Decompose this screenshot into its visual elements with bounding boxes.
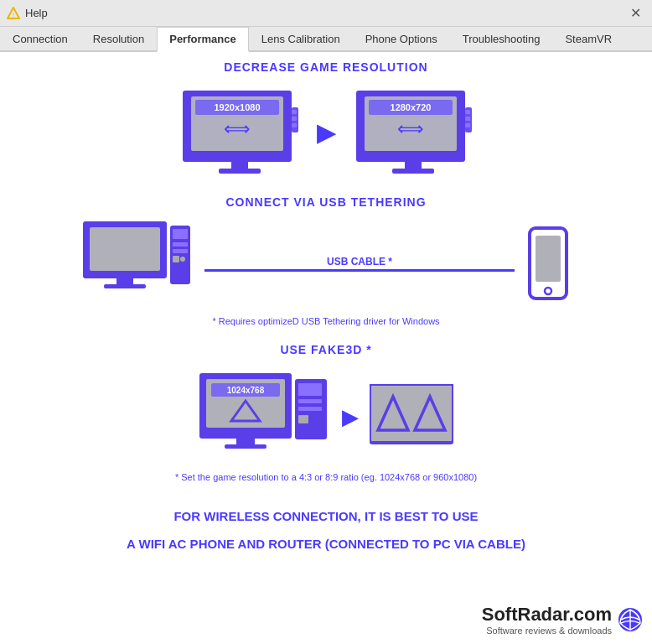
section-fake3d: USE FAKE3D * 1024x768 (0, 343, 652, 482)
title-bar: ! Help ✕ (0, 0, 652, 27)
svg-rect-8 (219, 169, 261, 174)
tab-troubleshooting[interactable]: Troubleshooting (450, 27, 553, 50)
svg-text:1024x768: 1024x768 (226, 386, 264, 395)
usb-line (204, 269, 515, 272)
svg-rect-49 (371, 386, 452, 441)
wireless-line2: A WIFI AC PHONE AND ROUTER (CONNECTED TO… (127, 535, 525, 554)
tab-lens-calibration[interactable]: Lens Calibration (249, 27, 353, 50)
fake3d-output-svg (370, 384, 453, 451)
svg-rect-27 (104, 284, 146, 288)
wireless-line1: FOR WIRELESS CONNECTION, IT IS BEST TO U… (173, 507, 478, 527)
svg-rect-46 (298, 399, 322, 403)
svg-text:1920x1080: 1920x1080 (214, 102, 260, 112)
svg-rect-18 (405, 162, 422, 169)
svg-text:!: ! (13, 12, 14, 19)
svg-rect-32 (173, 256, 179, 262)
svg-rect-10 (292, 110, 297, 114)
watermark: SoftRadar.com Software reviews & downloa… (482, 604, 644, 636)
resolution-diagram: 1920x1080 ⟺ (179, 86, 473, 179)
svg-rect-26 (116, 278, 133, 284)
content-wrapper: DECREASE GAME RESOLUTION 1920x1080 (0, 52, 652, 644)
monitor1-svg: 1920x1080 ⟺ (179, 86, 300, 179)
fake3d-note: * Set the game resolution to a 4:3 or 8:… (175, 472, 477, 482)
tab-performance[interactable]: Performance (157, 27, 248, 52)
svg-rect-7 (231, 162, 248, 169)
svg-rect-35 (536, 236, 561, 282)
svg-rect-29 (173, 229, 188, 239)
phone-svg (527, 226, 569, 301)
watermark-main: SoftRadar.com (482, 604, 612, 626)
svg-rect-22 (465, 117, 470, 121)
svg-text:⟺: ⟺ (397, 118, 424, 139)
app-icon: ! (7, 7, 20, 20)
svg-rect-47 (298, 407, 322, 411)
tab-steamvr[interactable]: SteamVR (552, 27, 624, 50)
usb-diagram: USB CABLE * (83, 217, 569, 309)
svg-rect-21 (465, 110, 470, 114)
svg-text:⟺: ⟺ (224, 118, 251, 139)
fake3d-pc-svg: 1024x768 (199, 369, 329, 465)
svg-rect-19 (392, 169, 434, 174)
watermark-text: SoftRadar.com Software reviews & downloa… (482, 604, 612, 636)
svg-rect-43 (225, 444, 266, 449)
svg-point-36 (545, 288, 551, 294)
arrow-right-1: ▶ (317, 119, 335, 147)
tab-connection[interactable]: Connection (0, 27, 80, 50)
svg-rect-11 (292, 117, 297, 121)
close-button[interactable]: ✕ (625, 3, 645, 23)
tab-phone-options[interactable]: Phone Options (353, 27, 450, 50)
svg-rect-42 (236, 439, 255, 444)
section-decrease-resolution: DECREASE GAME RESOLUTION 1920x1080 (0, 60, 652, 179)
svg-rect-45 (298, 383, 322, 396)
section2-title: CONNECT VIA USB TETHERING (225, 195, 426, 209)
section-wireless: FOR WIRELESS CONNECTION, IT IS BEST TO U… (0, 499, 652, 553)
monitor2-box: 1280x720 ⟺ (352, 86, 473, 179)
svg-rect-48 (298, 415, 308, 423)
svg-rect-25 (90, 227, 160, 271)
watermark-sub: Software reviews & downloads (482, 626, 612, 636)
monitor1-box: 1920x1080 ⟺ (179, 86, 300, 179)
svg-rect-31 (173, 249, 188, 253)
content-area: DECREASE GAME RESOLUTION 1920x1080 (0, 52, 652, 587)
svg-point-33 (180, 257, 185, 262)
section3-title: USE FAKE3D * (280, 343, 371, 356)
svg-rect-30 (173, 242, 188, 247)
section1-title: DECREASE GAME RESOLUTION (224, 60, 427, 74)
window-title: Help (25, 7, 625, 19)
tab-bar: Connection Resolution Performance Lens C… (0, 27, 652, 52)
usb-cable-container: USB CABLE * (204, 256, 515, 272)
main-window: ! Help ✕ Connection Resolution Performan… (0, 0, 652, 644)
tab-resolution[interactable]: Resolution (80, 27, 157, 50)
watermark-icon (617, 606, 644, 633)
svg-rect-23 (465, 123, 470, 127)
fake3d-diagram: 1024x768 ▶ (199, 369, 453, 465)
monitor2-svg: 1280x720 ⟺ (352, 86, 473, 179)
pc-tower-svg (83, 217, 192, 309)
arrow-right-2: ▶ (342, 406, 357, 429)
svg-rect-12 (292, 123, 297, 127)
section-usb-tethering: CONNECT VIA USB TETHERING (0, 195, 652, 326)
usb-note: * Requires optimizeD USB Tethering drive… (212, 316, 439, 326)
svg-text:1280x720: 1280x720 (391, 102, 432, 112)
usb-cable-label: USB CABLE * (327, 256, 392, 267)
